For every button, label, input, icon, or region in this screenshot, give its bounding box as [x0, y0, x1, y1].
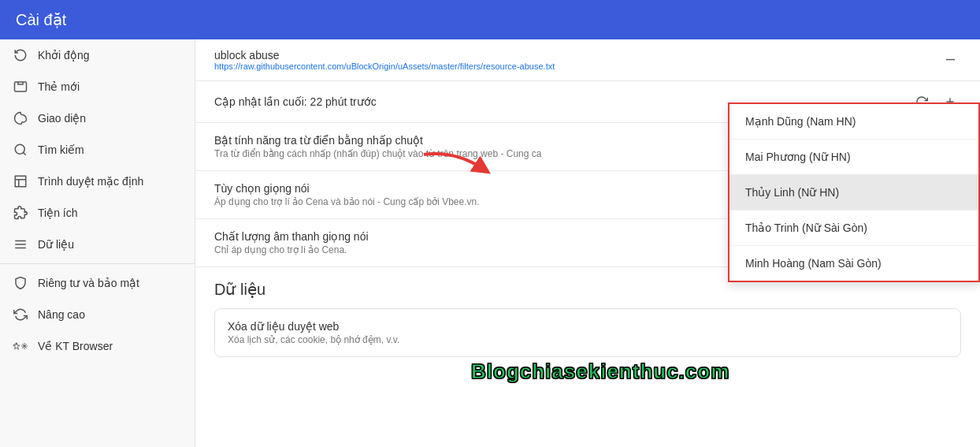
filter-name: ublock abuse [214, 49, 555, 61]
clear-data-item[interactable]: Xóa dữ liệu duyệt web Xóa lịch sử, các c… [214, 308, 961, 357]
star-icon [13, 338, 28, 354]
sidebar-label-giao-dien: Giao diện [38, 112, 86, 125]
main-layout: Khởi động Thẻ mới Giao diện Tìm kiếm Trì [0, 39, 980, 447]
dropdown-item-thuy-linh[interactable]: Thủy Linh (Nữ HN) [729, 175, 978, 210]
sidebar-label-ve-kt: Về KT Browser [38, 340, 113, 352]
sidebar-item-giao-dien[interactable]: Giao diện [0, 102, 195, 134]
sidebar-item-trinh-duyet[interactable]: Trình duyệt mặc định [0, 166, 195, 197]
dropdown-item-manh-dung[interactable]: Mạnh Dũng (Nam HN) [729, 104, 978, 140]
sidebar-item-tim-kiem[interactable]: Tìm kiếm [0, 134, 195, 166]
browser-icon [13, 173, 28, 189]
dropdown-item-mai-phuong[interactable]: Mai Phương (Nữ HN) [729, 140, 978, 175]
sidebar-label-nang-cao: Nâng cao [38, 308, 85, 321]
filter-header: ublock abuse https://raw.githubuserconte… [195, 39, 980, 81]
sidebar-label-trinh-duyet: Trình duyệt mặc định [38, 175, 143, 188]
toggle-desc: Tra từ điển bằng cách nhấp (nhấn đúp) ch… [214, 148, 608, 159]
list-icon [13, 237, 28, 252]
sidebar-item-nang-cao[interactable]: Nâng cao [0, 299, 195, 330]
dropdown-item-minh-hoang[interactable]: Minh Hoàng (Nam Sài Gòn) [729, 246, 978, 281]
voice-option-desc: Áp dụng cho trợ lí ảo Cena và bảo nói - … [214, 196, 608, 207]
sidebar-item-ve-kt[interactable]: Về KT Browser [0, 330, 195, 362]
arrow-svg [416, 147, 495, 190]
sidebar-item-tien-ich[interactable]: Tiện ích [0, 197, 195, 229]
sidebar-item-the-moi[interactable]: Thẻ mới [0, 71, 195, 102]
sidebar-item-du-lieu[interactable]: Dữ liệu [0, 229, 195, 260]
sidebar-label-rieng-tu: Riêng tư và bảo mật [38, 277, 139, 289]
search-icon [13, 142, 28, 158]
sidebar-item-rieng-tu[interactable]: Riêng tư và bảo mật [0, 267, 195, 299]
content-area: ublock abuse https://raw.githubuserconte… [195, 39, 980, 447]
svg-point-1 [15, 144, 24, 154]
extension-icon [13, 205, 28, 221]
sidebar-label-the-moi: Thẻ mới [38, 80, 80, 93]
collapse-button[interactable]: – [940, 49, 961, 68]
header: Cài đặt [0, 0, 980, 39]
filter-url: https://raw.githubusercontent.com/uBlock… [214, 61, 555, 71]
shield-icon [13, 275, 28, 291]
voice-quality-desc: Chỉ áp dụng cho trợ lí ảo Cena. [214, 244, 608, 255]
sidebar-item-khoi-dong[interactable]: Khởi động [0, 39, 195, 71]
sidebar-label-khoi-dong: Khởi động [38, 49, 89, 61]
sidebar: Khởi động Thẻ mới Giao diện Tìm kiếm Trì [0, 39, 195, 447]
voice-dropdown: Mạnh Dũng (Nam HN) Mai Phương (Nữ HN) Th… [728, 102, 980, 282]
clear-data-desc: Xóa lịch sử, các cookie, bộ nhớ đệm, v.v… [228, 334, 948, 345]
palette-icon [13, 110, 28, 126]
svg-rect-0 [15, 82, 27, 91]
filter-update-text: Cập nhật lần cuối: 22 phút trước [214, 95, 377, 108]
tab-icon [13, 79, 28, 95]
sidebar-label-tien-ich: Tiện ích [38, 207, 78, 219]
arrow-annotation [416, 147, 495, 193]
clear-data-title: Xóa dữ liệu duyệt web [228, 320, 948, 333]
sidebar-label-du-lieu: Dữ liệu [38, 238, 74, 251]
sidebar-label-tim-kiem: Tìm kiếm [38, 143, 84, 156]
watermark: Blogchiasekienthuc.com [471, 359, 729, 384]
sync-icon [13, 307, 28, 322]
restart-icon [13, 47, 28, 63]
sidebar-divider [0, 263, 195, 264]
header-title: Cài đặt [16, 10, 66, 29]
dropdown-item-thao-trinh[interactable]: Thảo Trinh (Nữ Sài Gòn) [729, 210, 978, 246]
